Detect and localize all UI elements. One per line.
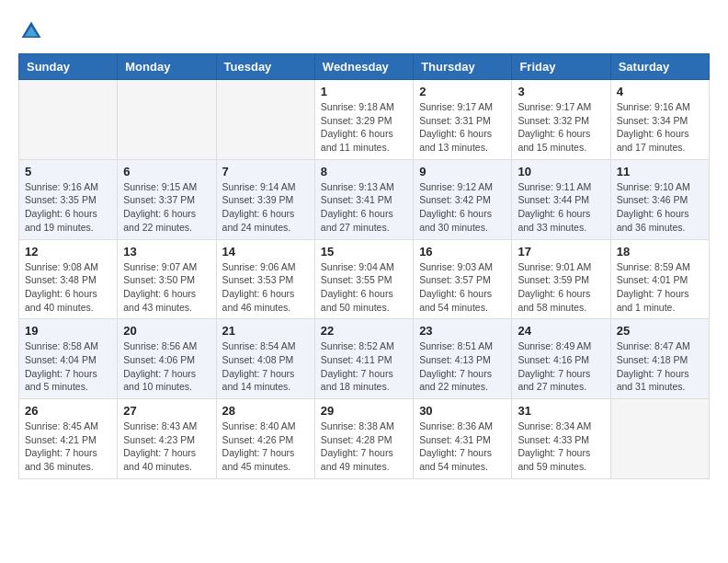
calendar-week-2: 12Sunrise: 9:08 AMSunset: 3:48 PMDayligh… bbox=[19, 239, 710, 319]
day-number: 31 bbox=[518, 404, 604, 418]
day-info: Sunrise: 9:01 AMSunset: 3:59 PMDaylight:… bbox=[518, 260, 604, 315]
calendar-day: 4Sunrise: 9:16 AMSunset: 3:34 PMDaylight… bbox=[610, 80, 709, 160]
day-number: 24 bbox=[518, 324, 604, 338]
day-number: 30 bbox=[419, 404, 506, 418]
calendar-day: 21Sunrise: 8:54 AMSunset: 4:08 PMDayligh… bbox=[216, 319, 314, 399]
calendar-day: 24Sunrise: 8:49 AMSunset: 4:16 PMDayligh… bbox=[512, 319, 610, 399]
calendar-day: 5Sunrise: 9:16 AMSunset: 3:35 PMDaylight… bbox=[19, 159, 118, 239]
day-info: Sunrise: 8:56 AMSunset: 4:06 PMDaylight:… bbox=[123, 339, 210, 394]
day-number: 20 bbox=[123, 324, 210, 338]
calendar-week-3: 19Sunrise: 8:58 AMSunset: 4:04 PMDayligh… bbox=[19, 319, 710, 399]
day-info: Sunrise: 9:04 AMSunset: 3:55 PMDaylight:… bbox=[321, 260, 407, 315]
day-number: 2 bbox=[419, 85, 506, 98]
day-number: 3 bbox=[518, 85, 604, 98]
day-number: 13 bbox=[123, 245, 210, 259]
calendar-week-4: 26Sunrise: 8:45 AMSunset: 4:21 PMDayligh… bbox=[19, 399, 710, 479]
calendar-day: 29Sunrise: 8:38 AMSunset: 4:28 PMDayligh… bbox=[314, 399, 413, 479]
day-number: 18 bbox=[617, 245, 703, 259]
day-info: Sunrise: 8:47 AMSunset: 4:18 PMDaylight:… bbox=[617, 339, 703, 394]
calendar-day bbox=[216, 80, 314, 160]
calendar-header: SundayMondayTuesdayWednesdayThursdayFrid… bbox=[19, 54, 710, 80]
calendar-day: 6Sunrise: 9:15 AMSunset: 3:37 PMDaylight… bbox=[118, 159, 216, 239]
calendar-day: 10Sunrise: 9:11 AMSunset: 3:44 PMDayligh… bbox=[512, 159, 610, 239]
day-number: 9 bbox=[419, 165, 506, 178]
calendar-day: 2Sunrise: 9:17 AMSunset: 3:31 PMDaylight… bbox=[414, 80, 512, 160]
day-info: Sunrise: 9:17 AMSunset: 3:31 PMDaylight:… bbox=[419, 100, 506, 155]
day-number: 14 bbox=[222, 245, 309, 259]
day-info: Sunrise: 9:11 AMSunset: 3:44 PMDaylight:… bbox=[518, 180, 604, 235]
day-number: 26 bbox=[25, 404, 111, 418]
calendar-day: 7Sunrise: 9:14 AMSunset: 3:39 PMDaylight… bbox=[216, 159, 314, 239]
day-info: Sunrise: 9:17 AMSunset: 3:32 PMDaylight:… bbox=[518, 100, 604, 155]
day-number: 8 bbox=[321, 165, 407, 178]
calendar-day: 31Sunrise: 8:34 AMSunset: 4:33 PMDayligh… bbox=[512, 399, 610, 479]
day-number: 19 bbox=[25, 324, 111, 338]
calendar-day: 30Sunrise: 8:36 AMSunset: 4:31 PMDayligh… bbox=[414, 399, 512, 479]
calendar-day: 20Sunrise: 8:56 AMSunset: 4:06 PMDayligh… bbox=[118, 319, 216, 399]
calendar-day: 3Sunrise: 9:17 AMSunset: 3:32 PMDaylight… bbox=[512, 80, 610, 160]
day-info: Sunrise: 9:03 AMSunset: 3:57 PMDaylight:… bbox=[419, 260, 506, 315]
day-number: 6 bbox=[123, 165, 210, 178]
day-info: Sunrise: 9:10 AMSunset: 3:46 PMDaylight:… bbox=[617, 180, 703, 235]
weekday-header-monday: Monday bbox=[118, 54, 216, 80]
header bbox=[18, 18, 710, 44]
calendar-day: 27Sunrise: 8:43 AMSunset: 4:23 PMDayligh… bbox=[118, 399, 216, 479]
day-info: Sunrise: 9:16 AMSunset: 3:34 PMDaylight:… bbox=[617, 100, 703, 155]
weekday-header-sunday: Sunday bbox=[19, 54, 118, 80]
calendar-day: 23Sunrise: 8:51 AMSunset: 4:13 PMDayligh… bbox=[414, 319, 512, 399]
calendar-day: 12Sunrise: 9:08 AMSunset: 3:48 PMDayligh… bbox=[19, 239, 118, 319]
day-number: 22 bbox=[321, 324, 407, 338]
calendar-day bbox=[610, 399, 709, 479]
calendar-table: SundayMondayTuesdayWednesdayThursdayFrid… bbox=[18, 53, 710, 479]
day-info: Sunrise: 8:45 AMSunset: 4:21 PMDaylight:… bbox=[25, 419, 111, 474]
day-number: 1 bbox=[321, 85, 407, 98]
weekday-header-friday: Friday bbox=[512, 54, 610, 80]
day-info: Sunrise: 8:54 AMSunset: 4:08 PMDaylight:… bbox=[222, 339, 309, 394]
day-number: 25 bbox=[617, 324, 703, 338]
day-info: Sunrise: 9:13 AMSunset: 3:41 PMDaylight:… bbox=[321, 180, 407, 235]
day-info: Sunrise: 9:18 AMSunset: 3:29 PMDaylight:… bbox=[321, 100, 407, 155]
day-number: 17 bbox=[518, 245, 604, 259]
day-info: Sunrise: 9:06 AMSunset: 3:53 PMDaylight:… bbox=[222, 260, 309, 315]
calendar-day: 17Sunrise: 9:01 AMSunset: 3:59 PMDayligh… bbox=[512, 239, 610, 319]
day-info: Sunrise: 9:08 AMSunset: 3:48 PMDaylight:… bbox=[25, 260, 111, 315]
day-info: Sunrise: 8:49 AMSunset: 4:16 PMDaylight:… bbox=[518, 339, 604, 394]
day-info: Sunrise: 9:07 AMSunset: 3:50 PMDaylight:… bbox=[123, 260, 210, 315]
day-info: Sunrise: 9:16 AMSunset: 3:35 PMDaylight:… bbox=[25, 180, 111, 235]
day-info: Sunrise: 8:51 AMSunset: 4:13 PMDaylight:… bbox=[419, 339, 506, 394]
weekday-header-tuesday: Tuesday bbox=[216, 54, 314, 80]
calendar-day: 14Sunrise: 9:06 AMSunset: 3:53 PMDayligh… bbox=[216, 239, 314, 319]
day-number: 7 bbox=[222, 165, 309, 178]
calendar-day bbox=[118, 80, 216, 160]
calendar-day: 16Sunrise: 9:03 AMSunset: 3:57 PMDayligh… bbox=[414, 239, 512, 319]
day-info: Sunrise: 9:14 AMSunset: 3:39 PMDaylight:… bbox=[222, 180, 309, 235]
day-number: 29 bbox=[321, 404, 407, 418]
day-number: 21 bbox=[222, 324, 309, 338]
calendar-week-1: 5Sunrise: 9:16 AMSunset: 3:35 PMDaylight… bbox=[19, 159, 710, 239]
calendar-body: 1Sunrise: 9:18 AMSunset: 3:29 PMDaylight… bbox=[19, 80, 710, 479]
day-info: Sunrise: 8:58 AMSunset: 4:04 PMDaylight:… bbox=[25, 339, 111, 394]
day-info: Sunrise: 8:40 AMSunset: 4:26 PMDaylight:… bbox=[222, 419, 309, 474]
day-info: Sunrise: 9:15 AMSunset: 3:37 PMDaylight:… bbox=[123, 180, 210, 235]
calendar-day: 22Sunrise: 8:52 AMSunset: 4:11 PMDayligh… bbox=[314, 319, 413, 399]
day-info: Sunrise: 8:59 AMSunset: 4:01 PMDaylight:… bbox=[617, 260, 703, 315]
weekday-header-saturday: Saturday bbox=[610, 54, 709, 80]
day-number: 15 bbox=[321, 245, 407, 259]
day-number: 16 bbox=[419, 245, 506, 259]
calendar-day bbox=[19, 80, 118, 160]
day-info: Sunrise: 8:38 AMSunset: 4:28 PMDaylight:… bbox=[321, 419, 407, 474]
day-number: 4 bbox=[617, 85, 703, 98]
logo bbox=[18, 18, 48, 44]
day-number: 10 bbox=[518, 165, 604, 178]
day-number: 28 bbox=[222, 404, 309, 418]
day-number: 12 bbox=[25, 245, 111, 259]
calendar-week-0: 1Sunrise: 9:18 AMSunset: 3:29 PMDaylight… bbox=[19, 80, 710, 160]
weekday-row: SundayMondayTuesdayWednesdayThursdayFrid… bbox=[19, 54, 710, 80]
day-info: Sunrise: 9:12 AMSunset: 3:42 PMDaylight:… bbox=[419, 180, 506, 235]
day-number: 23 bbox=[419, 324, 506, 338]
weekday-header-wednesday: Wednesday bbox=[314, 54, 413, 80]
calendar-day: 19Sunrise: 8:58 AMSunset: 4:04 PMDayligh… bbox=[19, 319, 118, 399]
calendar-day: 13Sunrise: 9:07 AMSunset: 3:50 PMDayligh… bbox=[118, 239, 216, 319]
day-info: Sunrise: 8:43 AMSunset: 4:23 PMDaylight:… bbox=[123, 419, 210, 474]
calendar-day: 8Sunrise: 9:13 AMSunset: 3:41 PMDaylight… bbox=[314, 159, 413, 239]
